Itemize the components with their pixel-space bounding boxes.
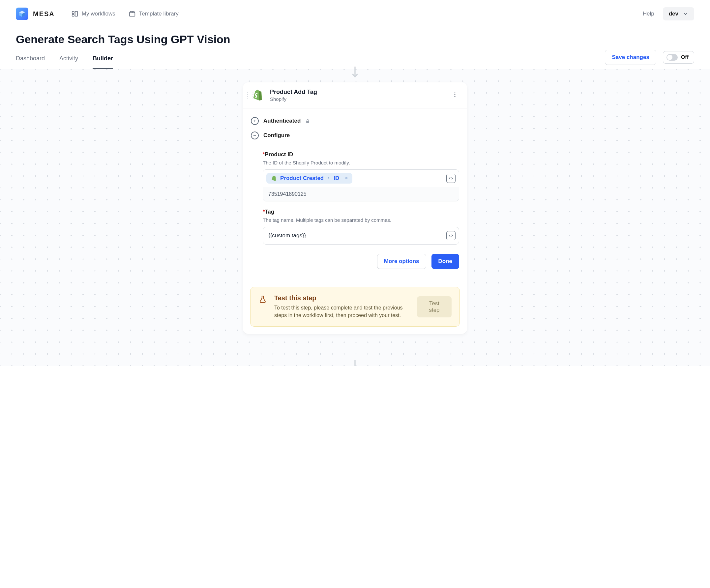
field-product-id-desc: The ID of the Shopify Product to modify. <box>263 160 459 165</box>
minus-circle-icon <box>251 132 259 139</box>
code-icon <box>448 233 454 238</box>
test-step-button: Test step <box>417 296 452 317</box>
test-step-banner: Test this step To test this step, please… <box>250 287 460 327</box>
field-tag-label: Tag <box>265 209 274 215</box>
tab-dashboard[interactable]: Dashboard <box>16 48 45 69</box>
brand-logo[interactable]: MESA <box>16 7 55 20</box>
save-changes-button[interactable]: Save changes <box>605 50 656 65</box>
step-body: Authenticated Configure *Product ID The … <box>243 109 467 277</box>
nav-my-workflows[interactable]: My workflows <box>71 10 115 18</box>
field-tag: *Tag The tag name. Multiple tags can be … <box>263 209 459 244</box>
field-product-id-label: Product ID <box>265 151 293 158</box>
toggle-switch[interactable] <box>666 54 678 61</box>
code-icon <box>448 176 454 181</box>
tag-input[interactable]: {{custom.tags}} <box>263 227 459 244</box>
step-title: Product Add Tag <box>270 89 317 96</box>
nav-my-workflows-label: My workflows <box>82 10 115 17</box>
workflow-enable-toggle[interactable]: Off <box>663 51 694 64</box>
step-title-block: Product Add Tag Shopify <box>270 89 317 102</box>
chevron-down-icon <box>683 11 688 17</box>
field-product-id: *Product ID The ID of the Shopify Produc… <box>263 151 459 202</box>
tab-activity[interactable]: Activity <box>59 48 78 69</box>
configure-fields: *Product ID The ID of the Shopify Produc… <box>251 142 459 269</box>
svg-rect-6 <box>129 13 135 16</box>
plus-circle-icon <box>251 117 259 125</box>
svg-rect-13 <box>306 121 309 123</box>
brand-name: MESA <box>33 10 55 18</box>
token-source: Product Created <box>280 175 324 182</box>
test-step-title: Test this step <box>274 294 410 302</box>
subnav-actions: Save changes Off <box>605 50 694 68</box>
help-link[interactable]: Help <box>643 10 654 17</box>
more-options-button[interactable]: More options <box>377 254 426 269</box>
toggle-label: Off <box>681 54 689 60</box>
tab-builder[interactable]: Builder <box>93 48 113 69</box>
test-step-body: To test this step, please complete and t… <box>274 304 410 319</box>
cube-icon <box>19 10 26 18</box>
package-icon <box>128 10 136 18</box>
field-tag-desc: The tag name. Multiple tags can be separ… <box>263 217 459 223</box>
drag-handle-icon[interactable]: ⋮⋮⋮⋮ <box>245 93 256 97</box>
env-switcher[interactable]: dev <box>663 7 694 20</box>
step-card: ⋮⋮⋮⋮ Product Add Tag Shopify Authenticat… <box>243 83 467 334</box>
arrow-down-icon <box>350 67 360 80</box>
lock-icon <box>305 119 310 124</box>
token-field: ID <box>334 175 339 182</box>
step-provider: Shopify <box>270 96 317 102</box>
top-bar: MESA My workflows Template library Help … <box>0 0 710 23</box>
kebab-icon <box>452 92 458 98</box>
variable-token[interactable]: Product Created ID <box>266 173 352 184</box>
svg-point-10 <box>454 96 455 97</box>
subnav: Dashboard Activity Builder Save changes … <box>0 48 710 69</box>
field-tag-label-row: *Tag <box>263 209 459 215</box>
tag-value: {{custom.tags}} <box>268 232 306 239</box>
nav-template-library-label: Template library <box>139 10 179 17</box>
product-id-resolved: 7351941890125 <box>263 187 459 201</box>
workflows-icon <box>71 10 78 18</box>
svg-rect-5 <box>75 11 77 17</box>
close-icon <box>345 176 349 180</box>
svg-rect-3 <box>72 11 74 14</box>
svg-point-8 <box>454 92 455 93</box>
step-menu-button[interactable] <box>450 90 460 100</box>
env-label: dev <box>669 10 678 17</box>
test-step-text: Test this step To test this step, please… <box>274 294 410 319</box>
svg-rect-4 <box>72 15 74 17</box>
brand-mark <box>16 7 28 20</box>
svg-point-9 <box>454 94 455 95</box>
configure-actions: More options Done <box>263 254 459 269</box>
arrow-down-icon <box>350 360 360 366</box>
flask-icon <box>258 295 267 304</box>
topbar-right: Help dev <box>643 7 694 20</box>
step-header: ⋮⋮⋮⋮ Product Add Tag Shopify <box>243 83 467 109</box>
product-id-input[interactable]: Product Created ID 73519418 <box>263 169 459 202</box>
section-authenticated-label: Authenticated <box>263 118 301 124</box>
section-authenticated[interactable]: Authenticated <box>251 113 459 127</box>
builder-canvas: ⋮⋮⋮⋮ Product Add Tag Shopify Authenticat… <box>0 69 710 366</box>
section-configure[interactable]: Configure <box>251 127 459 142</box>
chevron-right-icon <box>327 177 330 180</box>
nav-template-library[interactable]: Template library <box>128 10 179 18</box>
insert-variable-button[interactable] <box>446 174 455 183</box>
section-configure-label: Configure <box>263 132 290 139</box>
shopify-icon <box>270 175 277 182</box>
page-title: Generate Search Tags Using GPT Vision <box>0 23 710 48</box>
main-nav: My workflows Template library <box>71 10 179 18</box>
remove-token-button[interactable] <box>345 175 349 182</box>
field-product-id-label-row: *Product ID <box>263 151 459 158</box>
done-button[interactable]: Done <box>431 254 459 269</box>
tabs: Dashboard Activity Builder <box>16 48 113 69</box>
insert-variable-button[interactable] <box>446 231 455 240</box>
